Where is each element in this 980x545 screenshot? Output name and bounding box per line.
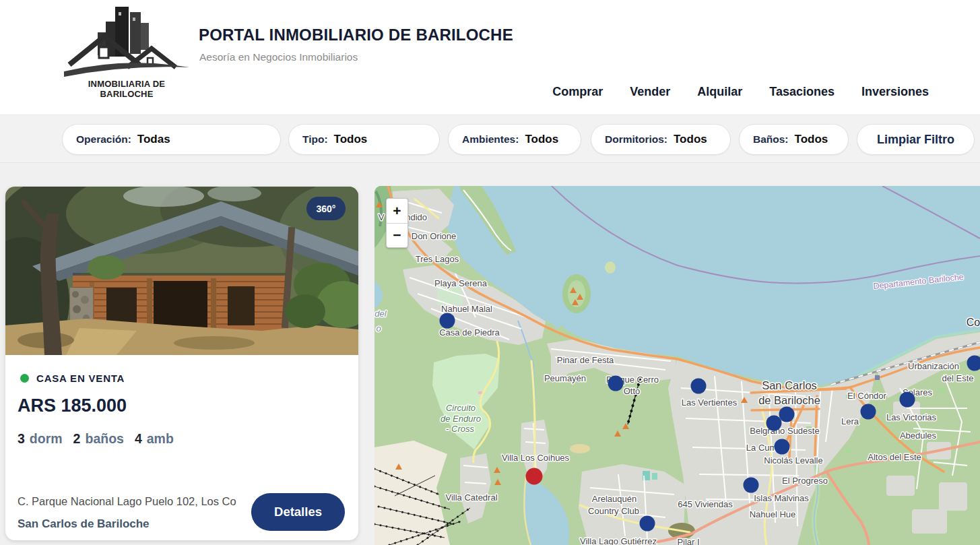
property-marker-blue[interactable] bbox=[608, 376, 624, 391]
map-label: Otto bbox=[624, 386, 641, 396]
filter-tipo[interactable]: Tipo: Todos bbox=[288, 124, 440, 155]
map-label: Villa Los Coihues bbox=[502, 453, 570, 463]
status-badge: CASA EN VENTA bbox=[36, 373, 125, 384]
map-label: Country Club bbox=[588, 506, 639, 516]
map-label: Nahuel Malal bbox=[441, 304, 492, 314]
map-label: Urbanización bbox=[908, 361, 959, 371]
clear-filter-button[interactable]: Limpiar Filtro bbox=[857, 124, 975, 155]
zoom-in-button[interactable]: + bbox=[387, 199, 407, 224]
property-marker-blue[interactable] bbox=[440, 313, 455, 329]
filter-dormitorios[interactable]: Dormitorios: Todos bbox=[591, 124, 731, 155]
map-label: - Cross bbox=[446, 424, 474, 434]
zoom-out-button[interactable]: − bbox=[387, 224, 407, 248]
map-label: Lera bbox=[841, 416, 859, 426]
page-title: PORTAL INMOBILIARIO DE BARILOCHE bbox=[199, 26, 513, 44]
map-label: 645 Viviendas bbox=[678, 499, 733, 509]
listing-stats: 3dorm2baños4amb bbox=[18, 431, 358, 447]
property-marker-blue[interactable] bbox=[779, 407, 795, 422]
listing-photo[interactable]: 360° bbox=[5, 187, 358, 355]
nav-tasaciones[interactable]: Tasaciones bbox=[769, 85, 835, 99]
map-label: Villa Catedral bbox=[445, 492, 497, 503]
map-label: Nicolás Levalle bbox=[764, 455, 822, 466]
map-label: El Progreso bbox=[782, 476, 828, 486]
map-label: Belgrano Sudeste bbox=[750, 426, 819, 436]
page: { "header": { "logo_caption": "INMOBILIA… bbox=[0, 0, 980, 545]
site-logo[interactable]: INMOBILIARIA DE BARILOCHE bbox=[63, 3, 191, 93]
filter-ambientes-value: Todos bbox=[525, 133, 558, 146]
map-label: de Bariloche bbox=[758, 394, 820, 406]
logo-icon bbox=[63, 3, 191, 78]
status-dot bbox=[20, 374, 29, 383]
map-label: Arelauquén bbox=[592, 494, 637, 504]
filter-tipo-label: Tipo: bbox=[302, 133, 328, 146]
filter-ambientes-label: Ambientes: bbox=[462, 133, 519, 146]
filter-bar: Operación: Todas Tipo: Todos Ambientes: … bbox=[0, 115, 980, 163]
listing-price: ARS 185.000 bbox=[18, 395, 358, 416]
map-label: Pilar I bbox=[677, 537, 699, 545]
map-label: Altos del Este bbox=[868, 452, 921, 462]
property-marker-blue[interactable] bbox=[691, 379, 707, 394]
map-label: Circuito bbox=[446, 403, 476, 413]
map-canvas: VscondidoDon OrioneTres LagosPlaya Seren… bbox=[374, 186, 980, 545]
nav-inversiones[interactable]: Inversiones bbox=[861, 85, 929, 99]
nav-comprar[interactable]: Comprar bbox=[552, 85, 603, 99]
property-marker-blue[interactable] bbox=[766, 416, 782, 431]
property-marker-blue[interactable] bbox=[744, 478, 759, 493]
map-label: de Enduro bbox=[440, 414, 481, 424]
map-label: Peumayén bbox=[544, 373, 586, 383]
filter-operacion-label: Operación: bbox=[76, 133, 131, 146]
stat-amb-label: amb bbox=[147, 431, 174, 446]
filter-banos-label: Baños: bbox=[753, 133, 789, 146]
map-label: Villa Lago Gutiérrez bbox=[580, 536, 657, 545]
map-label: Islas Malvinas bbox=[754, 493, 809, 503]
stat-dorm-label: dorm bbox=[30, 431, 63, 446]
property-marker-red[interactable] bbox=[526, 468, 543, 485]
main-nav: Comprar Vender Alquilar Tasaciones Inver… bbox=[552, 85, 929, 99]
logo-caption: INMOBILIARIA DE BARILOCHE bbox=[63, 79, 191, 99]
map-panel[interactable]: VscondidoDon OrioneTres LagosPlaya Seren… bbox=[374, 186, 980, 545]
map-label: Playa Serena bbox=[434, 278, 488, 288]
filter-banos-value: Todos bbox=[795, 133, 828, 146]
listing-status-row: CASA EN VENTA bbox=[20, 373, 358, 384]
cabin-photo-illustration bbox=[5, 187, 358, 355]
filter-tipo-value: Todos bbox=[334, 133, 368, 146]
nav-vender[interactable]: Vender bbox=[630, 85, 670, 99]
listing-card: 360° CASA EN VENTA ARS 185.000 3dorm2bañ… bbox=[5, 187, 358, 540]
map-label: San Carlos bbox=[762, 379, 817, 391]
map-label: Don Orione bbox=[412, 231, 456, 241]
listing-address: C. Parque Nacional Lago Puelo 102, Los C… bbox=[18, 495, 236, 508]
property-marker-blue[interactable] bbox=[775, 439, 790, 455]
map-label: Casa de Piedra bbox=[439, 327, 500, 338]
map-zoom-control: + − bbox=[386, 198, 408, 248]
map-label: Las Victorias bbox=[886, 412, 937, 422]
nav-alquilar[interactable]: Alquilar bbox=[697, 85, 742, 99]
map-label: El Cóndor bbox=[847, 391, 886, 401]
filter-dormitorios-label: Dormitorios: bbox=[605, 133, 667, 146]
map-label: Co bbox=[967, 317, 980, 328]
property-marker-blue[interactable] bbox=[861, 404, 876, 420]
listing-city: San Carlos de Bariloche bbox=[18, 517, 150, 531]
stat-banos-label: baños bbox=[85, 431, 123, 446]
map-label: Pinar de Festa bbox=[557, 355, 614, 365]
filter-ambientes[interactable]: Ambientes: Todos bbox=[448, 124, 581, 155]
details-button[interactable]: Detalles bbox=[251, 493, 345, 531]
filter-operacion-value: Todas bbox=[137, 133, 170, 146]
map-label: del bbox=[374, 309, 387, 319]
map-label: Tres Lagos bbox=[416, 254, 459, 264]
header: INMOBILIARIA DE BARILOCHE PORTAL INMOBIL… bbox=[0, 0, 980, 115]
property-marker-blue[interactable] bbox=[640, 516, 655, 532]
map-label: o bbox=[376, 323, 381, 333]
filter-dormitorios-value: Todos bbox=[674, 133, 707, 146]
map-label: Abedules bbox=[900, 430, 937, 441]
property-marker-blue[interactable] bbox=[900, 392, 915, 408]
badge-360[interactable]: 360° bbox=[306, 197, 346, 220]
filter-operacion[interactable]: Operación: Todas bbox=[62, 124, 281, 155]
page-subtitle: Aesoría en Negocios Inmobiliarios bbox=[199, 51, 358, 63]
map-label: Nahuel Hue bbox=[750, 509, 796, 519]
stat-banos-value: 2 bbox=[73, 431, 81, 446]
map-label: Las Vertientes bbox=[682, 397, 738, 408]
map-label: del Este bbox=[942, 373, 974, 383]
filter-banos[interactable]: Baños: Todos bbox=[739, 124, 849, 155]
clear-filter-label: Limpiar Filtro bbox=[877, 133, 954, 147]
stat-amb-value: 4 bbox=[135, 431, 142, 446]
